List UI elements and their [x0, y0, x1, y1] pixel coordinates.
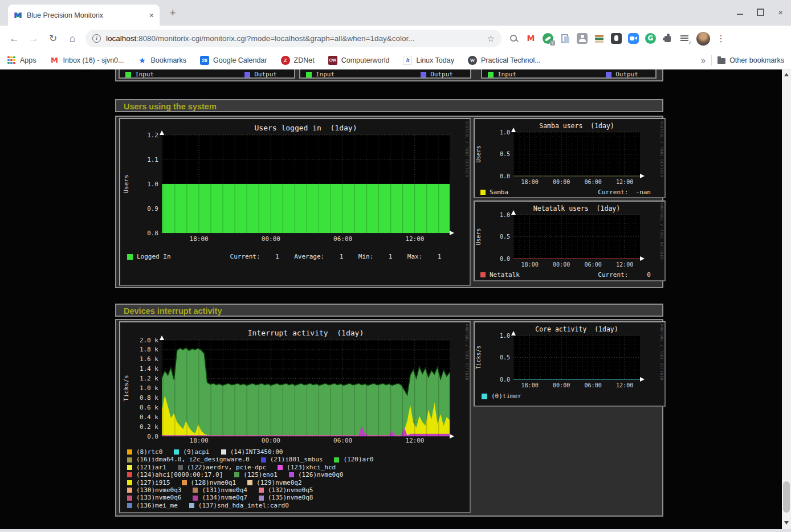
svg-text:Users logged in (1day): Users logged in (1day) [254, 124, 357, 132]
svg-text:Users: Users [475, 228, 482, 245]
bookmark-inbox[interactable]: M Inbox (16) - sjvn0... [50, 56, 124, 65]
svg-text:06:00: 06:00 [333, 235, 352, 243]
browser-titlebar: M Blue Precision Monitorix × + × [0, 0, 791, 26]
video-call-icon[interactable] [628, 33, 639, 44]
svg-text:Users: Users [475, 145, 482, 162]
scroll-down-icon[interactable] [784, 521, 789, 525]
other-bookmarks[interactable]: Other bookmarks [717, 56, 784, 64]
home-icon[interactable]: ⌂ [63, 33, 82, 44]
svg-text:Users: Users [123, 174, 130, 193]
window-close-icon[interactable]: × [778, 10, 783, 15]
color-swatch [244, 72, 250, 77]
avatar[interactable] [696, 32, 710, 46]
section-header-interrupts: Devices interrupt activity [115, 304, 663, 317]
browser-tab[interactable]: M Blue Precision Monitorix × [8, 5, 160, 26]
color-swatch [127, 465, 132, 470]
svg-text:12:00: 12:00 [616, 179, 633, 185]
rrdtool-watermark: RRDTOOL / TOBI OETIKER [659, 203, 664, 260]
svg-text:0.5: 0.5 [500, 354, 510, 361]
bookmark-linux-today[interactable]: lt Linux Today [403, 56, 454, 65]
gmail-icon[interactable]: M [525, 33, 536, 44]
bookmarks-overflow-icon[interactable]: » [701, 56, 706, 65]
legend-item: (122)aerdrv, pcie-dpc [178, 464, 266, 471]
linuxtoday-icon: lt [403, 56, 412, 65]
color-swatch [247, 480, 252, 485]
color-swatch [174, 449, 179, 455]
legend-item: (120)ar0 [334, 456, 373, 463]
extension-dark-icon[interactable] [611, 33, 622, 44]
playlist-icon[interactable] [679, 33, 690, 44]
legend-item: Netatalk [480, 271, 520, 279]
color-swatch [480, 190, 486, 195]
forward-icon: → [24, 33, 43, 44]
reload-icon[interactable]: ↻ [43, 32, 63, 44]
legend-item: (124)ahci[0000:00:17.0] [127, 471, 223, 478]
new-tab-button[interactable]: + [170, 7, 176, 19]
svg-text:0.9: 0.9 [147, 205, 158, 212]
svg-text:0.8: 0.8 [147, 230, 158, 237]
bookmark-star-icon[interactable]: ☆ [487, 34, 495, 44]
bookmark-bookmarks[interactable]: ★ Bookmarks [138, 56, 187, 65]
color-swatch [306, 72, 312, 77]
monitorix-page: Input Output Input Output Input Output U… [0, 69, 782, 529]
rrdtool-watermark: RRDTOOL / TOBI OETIKER [659, 121, 664, 177]
bookmark-computerworld[interactable]: CW Computerworld [328, 56, 390, 65]
menu-icon[interactable]: ⋮ [716, 33, 723, 44]
legend-item: (136)mei_me [127, 502, 178, 509]
url-host: localhost [106, 34, 136, 43]
zdnet-icon: Z [281, 56, 290, 65]
svg-text:Ticks/s: Ticks/s [123, 375, 130, 401]
legend-item: (9)acpi [174, 448, 209, 456]
address-bar[interactable]: i localhost:8080/monitorix-cgi/monitorix… [85, 30, 501, 47]
window-minimize-icon[interactable] [737, 14, 743, 15]
legend-item: (132)nvme0q5 [259, 486, 313, 494]
bookmark-zdnet[interactable]: Z ZDNet [281, 56, 315, 65]
legend-item: Logged In [127, 253, 171, 260]
books-icon[interactable] [594, 33, 605, 44]
legend-stats: Current: -nan [598, 189, 651, 196]
site-info-icon[interactable]: i [92, 34, 101, 43]
voice-icon[interactable] [543, 33, 553, 44]
scroll-up-icon[interactable] [784, 73, 789, 76]
scrollbar-thumb[interactable] [783, 481, 790, 513]
color-swatch [234, 472, 239, 477]
profile-icon[interactable] [577, 33, 588, 44]
color-swatch [278, 465, 283, 470]
grammarly-icon[interactable]: G [645, 33, 656, 44]
window-maximize-icon[interactable] [757, 9, 764, 16]
bookmarks-bar: Apps M Inbox (16) - sjvn0... ★ Bookmarks… [0, 51, 791, 69]
interrupt-activity-panel: 2.0 k1.8 k1.6 k1.4 k1.2 k1.0 k0.8 k0.6 k… [119, 321, 471, 513]
legend-item: (133)nvme0q6 [127, 494, 181, 501]
cutoff-section: Input Output Input Output Input Output [115, 69, 663, 81]
bookmark-apps[interactable]: Apps [7, 56, 36, 65]
users-chart-canvas: 1.21.11.00.90.8Users logged in (1day)18:… [120, 119, 469, 250]
star-icon: ★ [138, 56, 147, 65]
section-body-users: 1.21.11.00.90.8Users logged in (1day)18:… [115, 116, 663, 288]
core-activity-panel: 1.00.50.0Core activity (1day)18:0000:000… [474, 321, 666, 407]
cutoff-chart-panel: Input Output [119, 69, 295, 79]
section-title: Devices interrupt activity [124, 306, 222, 316]
samba-users-panel: 1.00.50.0Samba users (1day)18:0000:0006:… [474, 118, 666, 198]
legend-item: (16)idma64.0, i2c_designware.0 [127, 456, 250, 463]
svg-text:18:00: 18:00 [190, 235, 209, 243]
bookmark-practical-tech[interactable]: W Practical Technol... [468, 56, 541, 65]
copy-icon[interactable] [560, 33, 570, 44]
color-swatch [127, 472, 132, 477]
svg-text:1.6 k: 1.6 k [140, 355, 158, 363]
url-text[interactable]: localhost:8080/monitorix-cgi/monitorix.c… [106, 34, 483, 43]
puzzle-extensions-icon[interactable] [662, 33, 673, 44]
svg-text:12:00: 12:00 [616, 261, 633, 268]
svg-text:Samba users (1day): Samba users (1day) [539, 122, 614, 130]
color-swatch [289, 472, 294, 477]
tab-close-icon[interactable]: × [149, 11, 154, 20]
legend-item: (0)timer [482, 392, 521, 400]
bookmark-google-calendar[interactable]: 28 Google Calendar [200, 56, 267, 65]
legend-stats: Current: 1 Average: 1 Min: 1 Max: 1 [230, 253, 442, 260]
back-icon[interactable]: ← [5, 33, 24, 44]
svg-text:0.0: 0.0 [147, 433, 158, 440]
svg-text:0.2 k: 0.2 k [140, 423, 158, 431]
legend-item: (21)i801_smbus [261, 456, 323, 463]
vertical-scrollbar[interactable] [782, 69, 791, 529]
wordpress-icon: W [468, 56, 477, 65]
search-icon[interactable] [508, 33, 519, 44]
